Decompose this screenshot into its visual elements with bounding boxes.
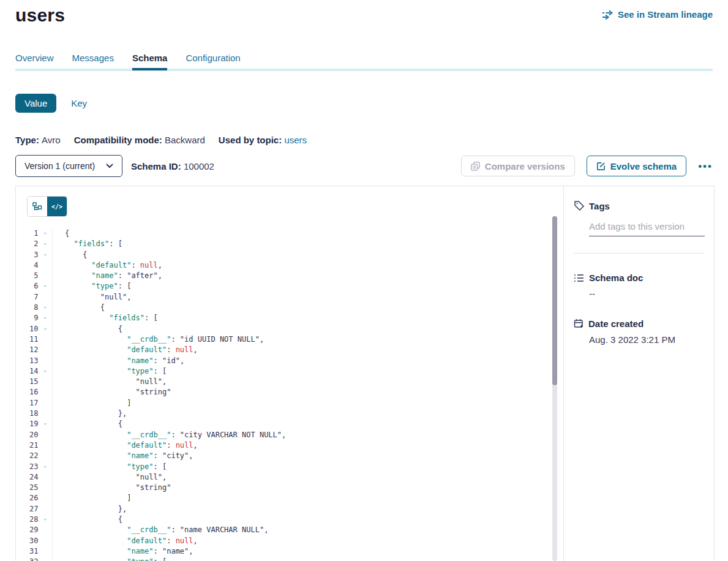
fold-toggle-icon[interactable]: ▾ [38, 324, 52, 334]
value-toggle-button[interactable]: Value [15, 94, 56, 113]
fold-toggle-icon[interactable]: ▾ [38, 303, 52, 313]
code-text: "name": "city", [53, 451, 193, 461]
fold-spacer [38, 440, 52, 451]
line-number: 26 [16, 493, 38, 503]
code-text: "default": null, [53, 440, 198, 451]
schema-meta-row: Type: Avro Compatibility mode: Backward … [15, 135, 307, 145]
code-lines: 1▾{2▾ "fields": [3▾ {4 "default": null,5… [16, 228, 551, 561]
code-text: "type": [ [53, 462, 167, 472]
tab-messages[interactable]: Messages [72, 53, 114, 70]
tree-view-icon [32, 202, 42, 211]
code-text: { [53, 514, 122, 525]
schema-panel: </> 1▾{2▾ "fields": [3▾ {4 "default": nu… [15, 186, 715, 561]
line-number: 28 [16, 514, 38, 525]
editor-scrollbar-thumb[interactable] [552, 216, 557, 385]
line-number: 9 [16, 313, 38, 323]
code-line: 15 "null", [16, 377, 551, 387]
stream-lineage-icon [602, 10, 614, 20]
code-text: "name": "name", [53, 546, 193, 557]
fold-spacer [38, 334, 52, 345]
code-text: ] [53, 493, 131, 503]
code-view-button[interactable]: </> [47, 197, 67, 216]
code-view-icon: </> [51, 203, 62, 210]
code-editor: </> 1▾{2▾ "fields": [3▾ {4 "default": nu… [16, 186, 563, 561]
line-number: 12 [16, 345, 38, 355]
tag-icon [574, 200, 585, 211]
fold-toggle-icon[interactable]: ▾ [38, 239, 52, 249]
fold-toggle-icon[interactable]: ▾ [38, 366, 52, 377]
fold-spacer [38, 377, 52, 387]
line-number: 6 [16, 281, 38, 292]
code-line: 7 "null", [16, 292, 551, 303]
code-text: "default": null, [53, 345, 198, 355]
edit-icon [596, 162, 606, 171]
list-icon [574, 273, 585, 283]
schema-id: Schema ID: 100002 [131, 161, 214, 171]
code-line: 24 "null", [16, 472, 551, 483]
tab-configuration[interactable]: Configuration [186, 53, 240, 70]
fold-spacer [38, 483, 52, 493]
code-line: 32▾ "type": [ [16, 557, 551, 561]
code-line: 30 "default": null, [16, 536, 551, 546]
code-text: "null", [53, 472, 167, 483]
fold-toggle-icon[interactable]: ▾ [38, 228, 52, 239]
line-number: 25 [16, 483, 38, 493]
line-number: 27 [16, 504, 38, 514]
line-number: 21 [16, 440, 38, 451]
fold-toggle-icon[interactable]: ▾ [38, 557, 52, 561]
code-text: }, [53, 504, 127, 514]
code-line: 17 ] [16, 398, 551, 409]
code-line: 8▾ { [16, 303, 551, 313]
lineage-link-label: See in Stream lineage [618, 9, 713, 20]
line-number: 20 [16, 430, 38, 440]
editor-scrollbar-track[interactable] [552, 216, 557, 561]
add-tags-input[interactable] [589, 220, 705, 236]
code-text: "string" [53, 387, 171, 397]
compare-versions-button[interactable]: Compare versions [461, 156, 575, 176]
code-line: 9▾ "fields": [ [16, 313, 551, 323]
version-select[interactable]: Version 1 (current) [15, 155, 122, 177]
sidebar-divider [574, 253, 704, 254]
code-text: "null", [53, 377, 167, 387]
code-text: { [53, 324, 122, 334]
tab-schema[interactable]: Schema [132, 53, 168, 70]
code-line: 25 "string" [16, 483, 551, 493]
see-in-stream-lineage-link[interactable]: See in Stream lineage [602, 9, 713, 20]
code-line: 6▾ "type": [ [16, 281, 551, 292]
code-line: 16 "string" [16, 387, 551, 397]
fold-spacer [38, 504, 52, 514]
fold-toggle-icon[interactable]: ▾ [38, 281, 52, 292]
tree-view-button[interactable] [28, 197, 47, 216]
code-text: "default": null, [53, 260, 162, 271]
schema-part-toggle: Value Key [15, 94, 87, 113]
key-toggle-button[interactable]: Key [71, 98, 87, 108]
line-number: 7 [16, 292, 38, 303]
line-number: 30 [16, 536, 38, 546]
code-line: 11 "__crdb__": "id UUID NOT NULL", [16, 334, 551, 345]
code-line: 5 "name": "after", [16, 271, 551, 281]
fold-spacer [38, 472, 52, 483]
fold-toggle-icon[interactable]: ▾ [38, 419, 52, 429]
line-number: 11 [16, 334, 38, 345]
code-text: "null", [53, 292, 131, 303]
fold-spacer [38, 387, 52, 397]
line-number: 32 [16, 557, 38, 561]
line-number: 17 [16, 398, 38, 409]
evolve-schema-button[interactable]: Evolve schema [587, 156, 686, 176]
fold-toggle-icon[interactable]: ▾ [38, 313, 52, 323]
tab-overview[interactable]: Overview [15, 53, 54, 70]
code-line: 2▾ "fields": [ [16, 239, 551, 249]
schema-doc-value: -- [589, 288, 704, 299]
topic-link[interactable]: users [284, 135, 307, 145]
fold-toggle-icon[interactable]: ▾ [38, 514, 52, 525]
version-select-value: Version 1 (current) [24, 161, 95, 171]
meta-compatibility: Compatibility mode: Backward [74, 135, 205, 145]
line-number: 18 [16, 409, 38, 419]
editor-view-toggle: </> [27, 196, 67, 217]
fold-toggle-icon[interactable]: ▾ [38, 462, 52, 472]
code-line: 29 "__crdb__": "name VARCHAR NULL", [16, 525, 551, 535]
fold-toggle-icon[interactable]: ▾ [38, 250, 52, 260]
more-actions-button[interactable]: ••• [698, 161, 713, 171]
compare-versions-icon [471, 162, 480, 171]
fold-spacer [38, 409, 52, 419]
